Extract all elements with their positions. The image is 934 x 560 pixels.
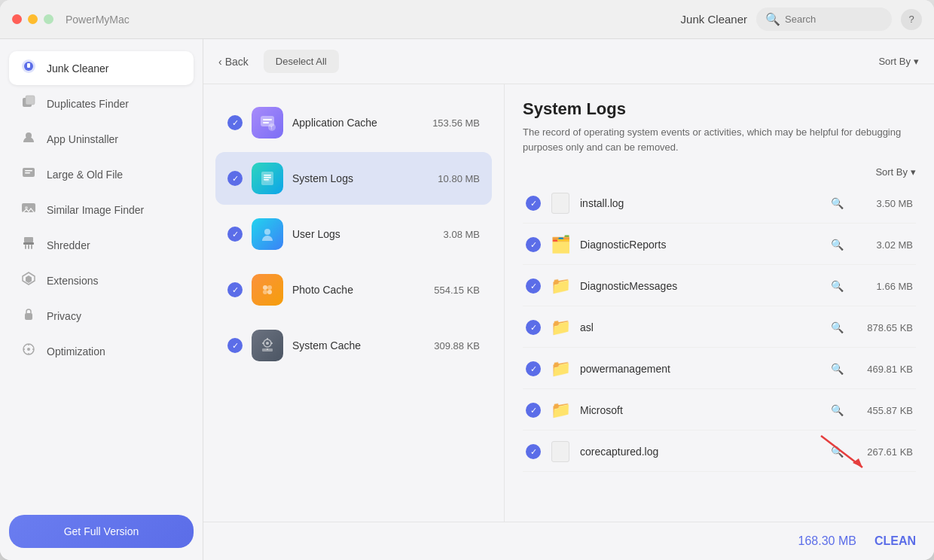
- file-item-asl[interactable]: ✓ 📁 asl 🔍 878.65 KB: [523, 308, 916, 348]
- file-item-powermanagement[interactable]: ✓ 📁 powermanagement 🔍 469.81 KB: [523, 349, 916, 389]
- duplicates-finder-icon: [20, 94, 38, 113]
- sidebar-item-similar-image[interactable]: Similar Image Finder: [9, 193, 194, 227]
- sidebar-item-optimization[interactable]: Optimization: [9, 334, 194, 368]
- sidebar-item-duplicates-finder[interactable]: Duplicates Finder: [9, 87, 194, 120]
- file-item-diagnostic-reports[interactable]: ✓ 🗂️ DiagnosticReports 🔍 3.02 MB: [523, 225, 916, 265]
- file-check-diagnostic-reports: ✓: [526, 237, 541, 252]
- file-size-corecaptured: 267.61 KB: [853, 446, 913, 458]
- svg-point-35: [264, 229, 270, 235]
- category-name-user-logs: User Logs: [292, 228, 340, 240]
- sidebar: Junk Cleaner Duplicates Finder: [0, 39, 203, 560]
- file-check-microsoft: ✓: [526, 403, 541, 418]
- get-full-version-button[interactable]: Get Full Version: [9, 515, 194, 548]
- detail-panel: System Logs The record of operating syst…: [505, 84, 934, 522]
- svg-rect-11: [24, 237, 33, 242]
- sidebar-item-label-privacy: Privacy: [47, 310, 81, 322]
- header-right: Junk Cleaner 🔍 ?: [681, 8, 922, 31]
- file-size-asl: 878.65 KB: [853, 322, 913, 333]
- category-name-photo-cache: Photo Cache: [292, 284, 353, 296]
- svg-rect-26: [263, 119, 272, 120]
- panels: ✓ ↑ Application Cache 153.56 MB: [203, 84, 934, 522]
- file-check-powermanagement: ✓: [526, 361, 541, 376]
- sidebar-item-label-similar-image: Similar Image Finder: [47, 204, 144, 216]
- diagnostic-messages-icon: 📁: [550, 275, 571, 297]
- file-item-diagnostic-messages[interactable]: ✓ 📁 DiagnosticMessages 🔍 1.66 MB: [523, 266, 916, 306]
- file-name-powermanagement: powermanagement: [580, 363, 822, 375]
- extensions-icon: [20, 271, 38, 290]
- file-list: ✓ install.log 🔍 3.50 MB ✓: [523, 184, 916, 472]
- sidebar-item-label-large-old: Large & Old File: [47, 169, 123, 181]
- category-item-app-cache[interactable]: ✓ ↑ Application Cache 153.56 MB: [215, 96, 492, 149]
- sort-by-dropdown[interactable]: Sort By ▾: [878, 56, 919, 67]
- user-logs-icon: [252, 218, 283, 250]
- clean-button[interactable]: CLEAN: [874, 534, 916, 548]
- category-item-user-logs[interactable]: ✓ User Logs 3.08 MB: [215, 208, 492, 260]
- file-search-icon-6[interactable]: 🔍: [831, 404, 844, 416]
- file-size-diagnostic-reports: 3.02 MB: [853, 239, 913, 251]
- sidebar-item-shredder[interactable]: Shredder: [9, 228, 194, 262]
- search-input[interactable]: [785, 14, 883, 25]
- svg-point-39: [267, 290, 272, 294]
- category-name-app-cache: Application Cache: [292, 117, 377, 129]
- search-icon: 🔍: [765, 12, 780, 26]
- svg-rect-12: [23, 242, 34, 245]
- category-item-system-cache[interactable]: ✓ System Cach: [215, 319, 492, 372]
- maximize-button[interactable]: [44, 14, 53, 24]
- svg-rect-15: [31, 245, 32, 249]
- module-title: Junk Cleaner: [681, 13, 747, 26]
- title-bar: PowerMyMac Junk Cleaner 🔍 ?: [0, 0, 934, 39]
- file-item-microsoft[interactable]: ✓ 📁 Microsoft 🔍 455.87 KB: [523, 391, 916, 431]
- svg-point-37: [267, 285, 272, 290]
- sidebar-item-label-extensions: Extensions: [47, 275, 98, 287]
- file-search-icon-2[interactable]: 🔍: [831, 239, 844, 251]
- svg-rect-14: [28, 245, 29, 249]
- category-list: ✓ ↑ Application Cache 153.56 MB: [203, 84, 505, 522]
- category-item-photo-cache[interactable]: ✓ Photo Cache 554.15 KB: [215, 263, 492, 316]
- chevron-down-icon: ▾: [914, 56, 919, 67]
- file-check-diagnostic-messages: ✓: [526, 278, 541, 294]
- help-button[interactable]: ?: [901, 9, 922, 30]
- svg-rect-8: [25, 172, 30, 174]
- main-header: ‹ Back Deselect All Sort By ▾: [203, 39, 934, 84]
- file-search-icon-3[interactable]: 🔍: [831, 280, 844, 292]
- file-search-icon-1[interactable]: 🔍: [831, 197, 844, 209]
- file-search-icon-7[interactable]: 🔍: [831, 446, 844, 458]
- file-size-microsoft: 455.87 KB: [853, 405, 913, 416]
- sidebar-item-large-old-file[interactable]: Large & Old File: [9, 157, 194, 191]
- sidebar-item-junk-cleaner[interactable]: Junk Cleaner: [9, 51, 194, 85]
- sidebar-item-extensions[interactable]: Extensions: [9, 263, 194, 297]
- detail-description: The record of operating system events or…: [523, 125, 916, 154]
- sidebar-item-app-uninstaller[interactable]: App Uninstaller: [9, 122, 194, 156]
- check-system-cache: ✓: [227, 338, 243, 353]
- category-item-system-logs[interactable]: ✓ System Logs 10.80 MB: [215, 152, 492, 205]
- svg-point-38: [263, 290, 267, 294]
- file-item-corecaptured[interactable]: ✓ corecaptured.log 🔍 267.61 KB: [523, 432, 916, 472]
- file-check-asl: ✓: [526, 320, 541, 335]
- detail-title: System Logs: [523, 99, 916, 119]
- microsoft-icon: 📁: [550, 400, 571, 421]
- junk-cleaner-icon: [20, 59, 38, 78]
- total-size: 168.30 MB: [798, 534, 856, 548]
- file-size-powermanagement: 469.81 KB: [853, 364, 913, 375]
- file-item-install-log[interactable]: ✓ install.log 🔍 3.50 MB: [523, 184, 916, 224]
- app-uninstaller-icon: [20, 129, 38, 148]
- svg-rect-46: [262, 348, 273, 352]
- traffic-lights: [12, 14, 53, 24]
- close-button[interactable]: [12, 14, 22, 24]
- file-check-install-log: ✓: [526, 196, 541, 211]
- file-size-install-log: 3.50 MB: [853, 198, 913, 209]
- sidebar-item-privacy[interactable]: Privacy: [9, 299, 194, 333]
- minimize-button[interactable]: [28, 14, 38, 24]
- back-button[interactable]: ‹ Back: [218, 56, 249, 68]
- file-check-corecaptured: ✓: [526, 444, 541, 459]
- sidebar-item-label-duplicates: Duplicates Finder: [47, 98, 129, 110]
- deselect-all-button[interactable]: Deselect All: [264, 50, 339, 73]
- content: Junk Cleaner Duplicates Finder: [0, 39, 934, 560]
- photo-cache-icon: [252, 274, 283, 306]
- file-search-icon-4[interactable]: 🔍: [831, 321, 844, 333]
- search-box[interactable]: 🔍: [756, 8, 892, 31]
- file-search-icon-5[interactable]: 🔍: [831, 363, 844, 375]
- chevron-left-icon: ‹: [218, 56, 222, 68]
- detail-sort-by[interactable]: Sort By ▾: [523, 166, 916, 178]
- svg-rect-27: [263, 122, 269, 123]
